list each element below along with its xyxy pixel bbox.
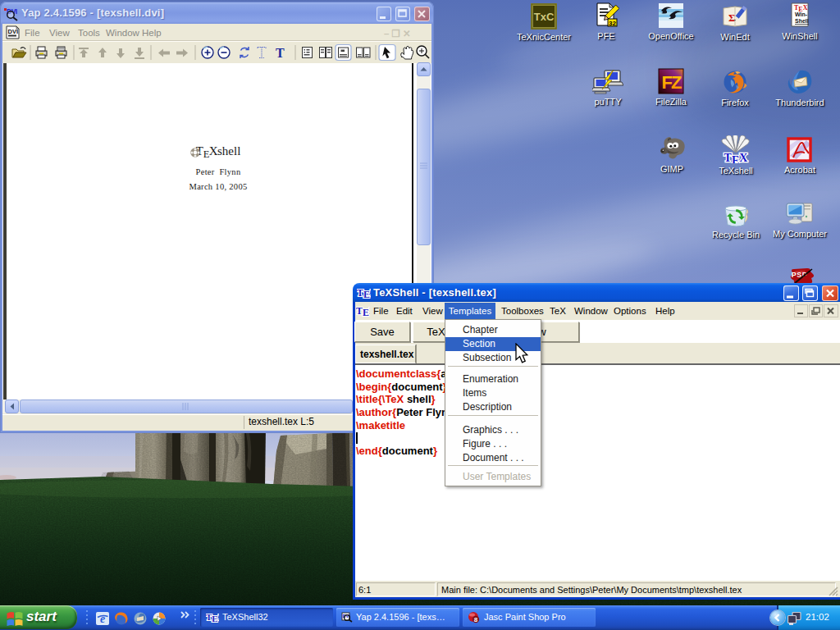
svg-text:Shell: Shell xyxy=(795,18,809,24)
svg-text:FZ: FZ xyxy=(662,72,682,93)
svg-text:TEX: TEX xyxy=(206,612,219,623)
svg-text:Win-: Win- xyxy=(795,11,808,17)
svg-text:32: 32 xyxy=(609,20,616,27)
svg-text:Σ: Σ xyxy=(728,11,736,24)
svg-text:8: 8 xyxy=(474,616,478,623)
svg-text:TEX: TEX xyxy=(724,152,748,163)
svg-text:e: e xyxy=(100,613,105,625)
svg-text:TxC: TxC xyxy=(534,11,555,23)
svg-text:T: T xyxy=(276,46,285,60)
svg-text:TEX: TEX xyxy=(357,287,371,299)
